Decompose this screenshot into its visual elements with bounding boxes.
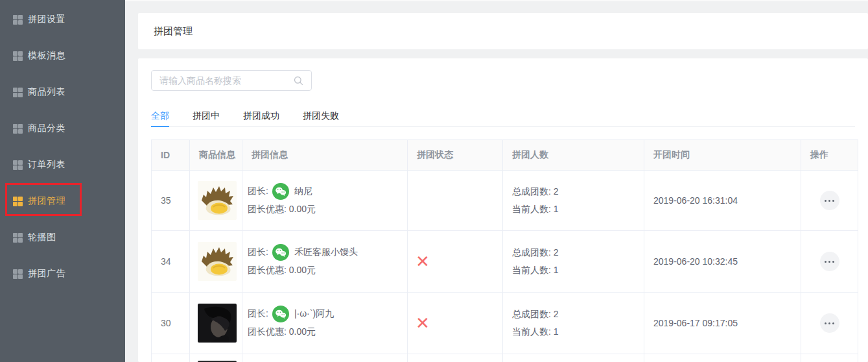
start-time: 2019-06-17 09:17:05 xyxy=(644,293,801,354)
col-header-start-time: 开团时间 xyxy=(644,140,801,171)
grid-2x2-icon xyxy=(13,51,23,61)
col-header-actions: 操作 xyxy=(801,140,858,171)
grid-2x2-icon xyxy=(13,269,23,279)
current-members: 当前人数: 1 xyxy=(512,200,644,218)
sidebar-item-label: 轮播图 xyxy=(28,232,56,243)
leader-discount: 团长优惠: 0.00元 xyxy=(248,200,407,219)
sidebar-item-label: 拼团设置 xyxy=(28,14,65,25)
tab-all[interactable]: 全部 xyxy=(151,105,169,127)
sidebar-item-label: 拼团广告 xyxy=(28,268,65,280)
top-divider xyxy=(125,0,868,1)
table-row: 34 xyxy=(152,231,858,293)
sidebar-item-template-messages[interactable]: 模板消息 xyxy=(0,38,125,74)
sidebar-item-label: 商品列表 xyxy=(28,86,65,98)
total-groups: 总成团数: 2 xyxy=(512,183,644,200)
tab-grouping[interactable]: 拼团中 xyxy=(193,105,220,127)
leader-name: |·ω·`)阿九 xyxy=(294,308,334,320)
product-image-portrait xyxy=(198,304,237,343)
status-failed-icon: ✕ xyxy=(416,313,430,333)
sidebar-item-label: 订单列表 xyxy=(28,159,65,171)
group-table: ID 商品信息 拼团信息 拼团状态 拼团人数 开团时间 操作 35 xyxy=(151,139,858,362)
sidebar-item-label: 拼团管理 xyxy=(28,195,65,207)
leader-label: 团长: xyxy=(248,247,268,258)
row-id: 35 xyxy=(152,171,190,231)
main-content: 拼团管理 全部 拼团中 拼团成功 拼团失败 xyxy=(125,0,868,362)
leader-name: 纳尼 xyxy=(294,186,312,197)
tab-group-success[interactable]: 拼团成功 xyxy=(243,105,279,127)
start-time: 2019-06-20 16:31:04 xyxy=(644,171,801,231)
col-header-group-status: 拼团状态 xyxy=(408,140,503,171)
col-header-id: ID xyxy=(152,140,190,171)
page-title-card: 拼团管理 xyxy=(138,13,868,49)
grid-2x2-icon xyxy=(13,233,23,243)
sidebar-item-group-management[interactable]: 拼团管理 xyxy=(0,183,125,219)
grid-2x2-icon xyxy=(13,124,23,134)
sidebar-item-order-list[interactable]: 订单列表 xyxy=(0,147,125,183)
table-row-partial xyxy=(152,354,858,362)
current-members: 当前人数: 1 xyxy=(512,261,644,279)
col-header-group-count: 拼团人数 xyxy=(503,140,644,171)
wechat-icon xyxy=(272,306,289,322)
search-box xyxy=(151,70,312,91)
leader-discount: 团长优惠: 0.00元 xyxy=(248,261,407,280)
grid-2x2-icon xyxy=(13,160,23,170)
table-header-row: ID 商品信息 拼团信息 拼团状态 拼团人数 开团时间 操作 xyxy=(152,140,858,171)
more-actions-button[interactable] xyxy=(820,313,839,333)
sidebar-item-label: 模板消息 xyxy=(28,50,65,62)
total-groups: 总成团数: 2 xyxy=(512,306,644,323)
table-row: 35 xyxy=(152,171,858,231)
leader-label: 团长: xyxy=(248,308,268,320)
search-icon[interactable] xyxy=(294,76,303,86)
leader-label: 团长: xyxy=(248,186,268,197)
leader-name: 禾匠客服小馒头 xyxy=(294,247,358,258)
wechat-icon xyxy=(272,244,289,261)
sidebar-item-group-ads[interactable]: 拼团广告 xyxy=(0,256,125,292)
more-actions-button[interactable] xyxy=(820,252,839,271)
more-actions-button[interactable] xyxy=(820,191,839,210)
col-header-product: 商品信息 xyxy=(190,140,242,171)
wechat-icon xyxy=(272,183,289,200)
sidebar-item-label: 商品分类 xyxy=(28,123,65,134)
grid-2x2-icon xyxy=(13,88,23,97)
current-members: 当前人数: 1 xyxy=(512,323,644,341)
col-header-group-info: 拼团信息 xyxy=(242,140,408,171)
row-id: 34 xyxy=(152,231,190,293)
row-id: 30 xyxy=(152,293,190,354)
status-failed-icon: ✕ xyxy=(416,252,430,271)
search-input[interactable] xyxy=(159,75,294,86)
leader-discount: 团长优惠: 0.00元 xyxy=(248,323,407,341)
sidebar-item-group-settings[interactable]: 拼团设置 xyxy=(0,1,125,38)
sidebar-item-carousel[interactable]: 轮播图 xyxy=(0,219,125,256)
sidebar: 拼团设置 模板消息 商品列表 商品分类 订单列表 拼团管理 轮播图 拼团广告 xyxy=(0,0,125,362)
product-image-durian xyxy=(198,181,237,220)
page-title: 拼团管理 xyxy=(154,25,193,38)
sidebar-item-product-categories[interactable]: 商品分类 xyxy=(0,110,125,147)
grid-2x2-icon xyxy=(13,197,23,206)
tab-group-failed[interactable]: 拼团失败 xyxy=(303,105,339,127)
table-row: 30 xyxy=(152,293,858,354)
content-card: 全部 拼团中 拼团成功 拼团失败 ID 商品信息 拼团信息 拼团状态 拼团人数 … xyxy=(138,58,868,362)
total-groups: 总成团数: 2 xyxy=(512,244,644,261)
status-tabs: 全部 拼团中 拼团成功 拼团失败 xyxy=(151,105,855,127)
grid-2x2-icon xyxy=(13,15,23,25)
product-image-durian xyxy=(198,242,237,281)
sidebar-item-product-list[interactable]: 商品列表 xyxy=(0,74,125,110)
start-time: 2019-06-20 10:32:45 xyxy=(644,231,801,293)
